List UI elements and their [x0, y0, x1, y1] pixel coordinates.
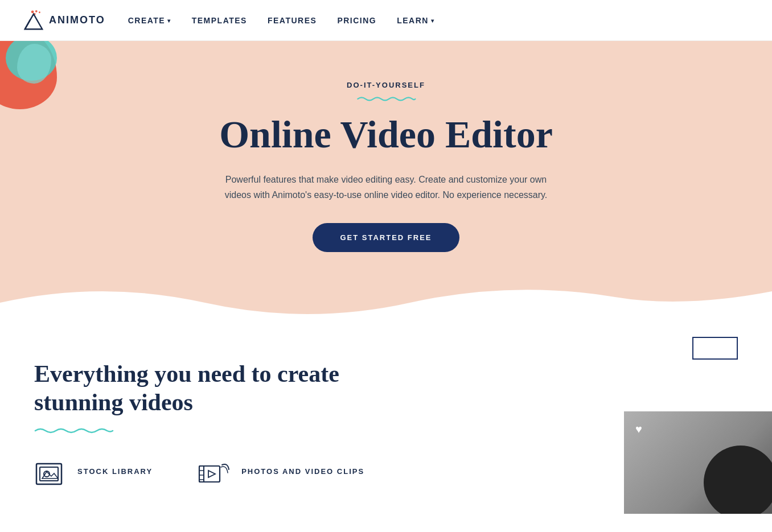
- svg-point-2: [39, 11, 40, 13]
- features-title: Everything you need to create stunning v…: [34, 360, 376, 417]
- svg-marker-12: [208, 471, 215, 477]
- nav-create[interactable]: CREATE ▾: [128, 16, 171, 25]
- svg-point-1: [35, 10, 38, 12]
- hero-content: DO-IT-YOURSELF Online Video Editor Power…: [23, 81, 749, 252]
- hero-description: Powerful features that make video editin…: [215, 172, 557, 203]
- stock-library-icon: [34, 459, 66, 491]
- nav-templates[interactable]: TEMPLATES: [192, 16, 247, 25]
- main-nav: CREATE ▾ TEMPLATES FEATURES PRICING LEAR…: [128, 16, 435, 25]
- search-input[interactable]: [693, 338, 737, 358]
- hero-wavy-decoration: [23, 95, 749, 102]
- nav-features[interactable]: FEATURES: [268, 16, 317, 25]
- features-section: Everything you need to create stunning v…: [0, 325, 772, 514]
- chevron-down-icon: ▾: [431, 18, 435, 24]
- hero-title: Online Video Editor: [23, 113, 749, 156]
- hero-wave-bottom: [0, 280, 772, 325]
- floating-input-box[interactable]: [692, 337, 738, 360]
- nav-pricing[interactable]: PRICING: [337, 16, 376, 25]
- hero-subtitle: DO-IT-YOURSELF: [23, 81, 749, 89]
- get-started-button[interactable]: GET STARTED FREE: [313, 223, 459, 252]
- photos-video-icon: [198, 459, 230, 491]
- hero-section: DO-IT-YOURSELF Online Video Editor Power…: [0, 41, 772, 325]
- heart-icon: ♥: [635, 423, 642, 436]
- feature-photos-video-label: PHOTOS AND VIDEO CLIPS: [241, 467, 364, 476]
- header: ANIMOTO CREATE ▾ TEMPLATES FEATURES PRIC…: [0, 0, 772, 41]
- feature-stock-library: STOCK LIBRARY: [34, 459, 153, 491]
- image-dark-circle: [704, 446, 772, 514]
- preview-image: ♥: [624, 411, 772, 514]
- nav-learn[interactable]: LEARN ▾: [397, 16, 434, 25]
- feature-photos-video: PHOTOS AND VIDEO CLIPS: [198, 459, 364, 491]
- chevron-down-icon: ▾: [167, 18, 171, 24]
- feature-stock-library-label: STOCK LIBRARY: [77, 467, 153, 476]
- brand-name: ANIMOTO: [49, 14, 105, 26]
- logo[interactable]: ANIMOTO: [23, 10, 105, 31]
- animoto-logo-icon: [23, 10, 44, 31]
- svg-point-0: [31, 10, 34, 13]
